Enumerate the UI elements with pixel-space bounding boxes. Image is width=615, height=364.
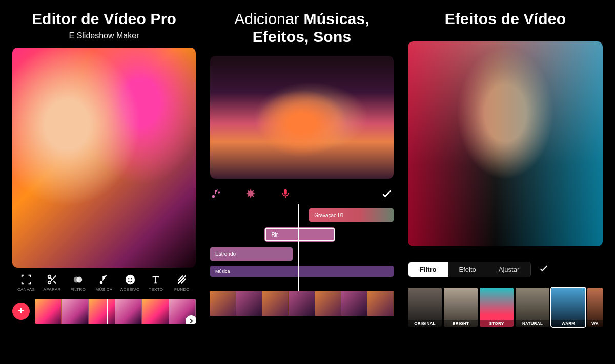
tab-efeito[interactable]: Efeito (448, 262, 487, 277)
panel1-thumb-strip[interactable] (35, 299, 196, 324)
preset-wa-label: WA (587, 320, 603, 327)
effect-tabs-row: Filtro Efeito Ajustar (408, 262, 603, 277)
tab-filtro[interactable]: Filtro (408, 262, 448, 277)
clip-thumb[interactable] (210, 291, 236, 316)
tool-text-label: TEXTO (149, 287, 163, 292)
clip-thumb[interactable] (89, 299, 115, 324)
burst-icon (245, 188, 256, 199)
preset-wa[interactable]: WA (587, 288, 603, 327)
clip-thumb[interactable] (61, 299, 88, 324)
preset-bright[interactable]: BRIGHT (444, 288, 478, 327)
preset-story[interactable]: STORY (480, 288, 514, 327)
microphone-icon (280, 188, 291, 199)
clip-thumb[interactable] (367, 291, 394, 316)
tool-canvas[interactable]: CANVAS (13, 274, 39, 292)
effect-tabs: Filtro Efeito Ajustar (408, 262, 531, 277)
text-icon (150, 274, 161, 285)
panel2-title-light: Adicionar (234, 10, 303, 27)
clip-thumb[interactable] (315, 291, 341, 316)
track-recording[interactable]: Gravação 01 (309, 208, 394, 222)
filter-preset-row: ORIGINAL BRIGHT STORY NATURAL WARM WA (408, 288, 603, 327)
track-recording-label: Gravação 01 (314, 212, 343, 218)
confirm-effect-button[interactable] (538, 263, 549, 276)
panel2-title: Adicionar Músicas, Efeitos, Sons (210, 10, 394, 46)
clip-thumb[interactable] (341, 291, 367, 316)
smile-icon (125, 274, 136, 285)
svg-point-5 (128, 277, 129, 279)
track-musica-label: Música (215, 269, 230, 274)
music-add-icon (210, 188, 221, 199)
track-estrondo-label: Estrondo (215, 251, 236, 257)
preset-original[interactable]: ORIGINAL (408, 288, 442, 327)
svg-point-4 (125, 274, 134, 284)
tool-background[interactable]: FUNDO (169, 274, 195, 292)
tool-music[interactable]: MÚSICA (91, 274, 117, 292)
panel2-thumb-strip[interactable] (210, 291, 394, 316)
record-voice-button[interactable] (280, 188, 291, 199)
editor-toolbar: CANVAS APARAR FILTRO MÚSICA ADESIVO TEXT… (12, 274, 196, 292)
plus-icon: + (18, 305, 24, 317)
check-icon (380, 187, 394, 200)
panel3-preview-image (408, 41, 603, 246)
panel1-subtitle: E Slideshow Maker (12, 31, 196, 40)
tab-ajustar[interactable]: Ajustar (487, 262, 530, 277)
clip-thumb[interactable] (236, 291, 262, 316)
tool-text[interactable]: TEXTO (143, 274, 169, 292)
next-clip-button[interactable] (186, 315, 196, 324)
check-icon (538, 263, 549, 274)
panel-video-effects: Efeitos de Vídeo Filtro Efeito Ajustar O… (408, 10, 603, 354)
timeline-strip-row: + (12, 299, 196, 324)
preset-warm[interactable]: WARM (551, 288, 585, 327)
tool-music-label: MÚSICA (96, 287, 113, 292)
svg-point-0 (48, 275, 51, 278)
svg-point-3 (77, 276, 83, 282)
preset-natural[interactable]: NATURAL (516, 288, 549, 327)
chevron-right-icon (188, 317, 195, 324)
tool-filter[interactable]: FILTRO (65, 274, 91, 292)
panel-add-audio: Adicionar Músicas, Efeitos, Sons Gravaçã… (210, 10, 394, 354)
tool-sticker-label: ADESIVO (120, 287, 140, 292)
clip-thumb[interactable] (115, 299, 142, 324)
track-estrondo[interactable]: Estrondo (210, 247, 293, 261)
preset-warm-label: WARM (551, 320, 585, 327)
timeline-playhead[interactable] (298, 204, 299, 294)
tool-background-label: FUNDO (174, 287, 190, 292)
add-effect-button[interactable] (245, 188, 256, 199)
clip-thumb[interactable] (262, 291, 289, 316)
svg-point-6 (131, 277, 132, 279)
tool-canvas-label: CANVAS (17, 287, 35, 292)
track-rir[interactable]: Rir (265, 228, 335, 241)
svg-rect-7 (284, 189, 287, 195)
music-icon (98, 274, 110, 285)
add-clip-button[interactable]: + (12, 303, 30, 320)
tool-filter-label: FILTRO (70, 287, 86, 292)
hatch-icon (176, 274, 188, 285)
panel1-preview-image (12, 48, 196, 268)
panel-editor-pro: Editor de Vídeo Pro E Slideshow Maker CA… (12, 10, 196, 354)
track-musica[interactable]: Música (210, 266, 394, 277)
tool-trim[interactable]: APARAR (39, 274, 65, 292)
clip-thumb[interactable] (35, 299, 61, 324)
preset-story-label: STORY (480, 320, 514, 327)
canvas-icon (20, 274, 32, 285)
track-rir-label: Rir (271, 232, 278, 238)
svg-point-1 (48, 281, 51, 284)
preset-bright-label: BRIGHT (444, 320, 478, 327)
tool-trim-label: APARAR (44, 287, 61, 292)
confirm-audio-button[interactable] (380, 187, 394, 200)
playhead-indicator[interactable] (107, 299, 108, 324)
scissors-icon (47, 274, 58, 285)
filter-icon (72, 274, 84, 285)
preset-natural-label: NATURAL (516, 320, 549, 327)
audio-timeline: Gravação 01 Rir Estrondo Música (210, 208, 394, 316)
panel1-title: Editor de Vídeo Pro (12, 10, 196, 28)
preset-original-label: ORIGINAL (408, 320, 442, 327)
tool-sticker[interactable]: ADESIVO (117, 274, 143, 292)
add-music-button[interactable] (210, 188, 221, 199)
clip-thumb[interactable] (142, 299, 169, 324)
panel2-preview-image (210, 56, 394, 179)
clip-thumb[interactable] (289, 291, 315, 316)
panel3-title: Efeitos de Vídeo (408, 10, 603, 28)
audio-toolbar (210, 187, 394, 200)
